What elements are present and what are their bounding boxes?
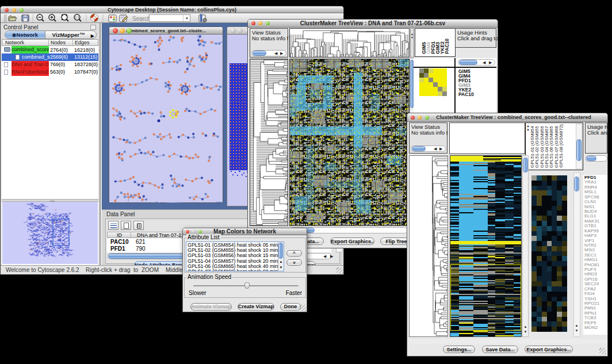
svg-text:1:1: 1:1 — [75, 16, 79, 19]
